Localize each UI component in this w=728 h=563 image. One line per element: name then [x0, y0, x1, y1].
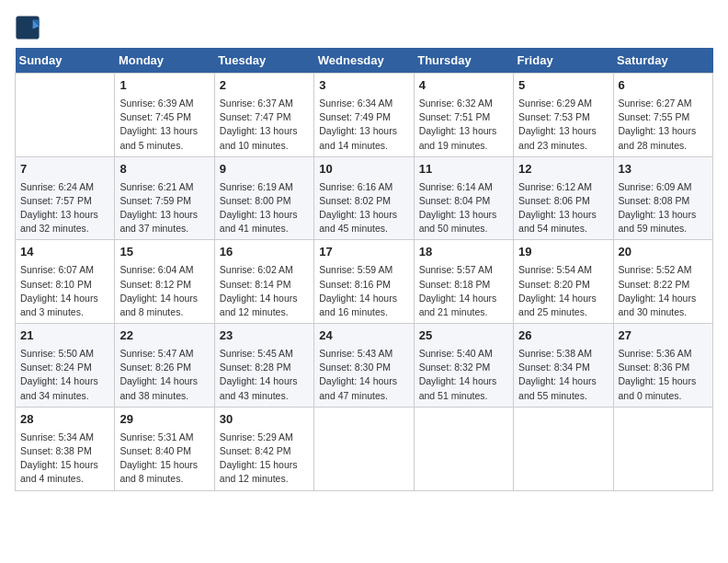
day-number: 9: [220, 161, 309, 178]
day-info: Sunrise: 5:57 AM Sunset: 8:18 PM Dayligh…: [419, 263, 508, 319]
calendar-cell: 9Sunrise: 6:19 AM Sunset: 8:00 PM Daylig…: [214, 156, 313, 240]
column-header-monday: Monday: [115, 48, 214, 74]
day-info: Sunrise: 6:04 AM Sunset: 8:12 PM Dayligh…: [119, 263, 209, 319]
day-info: Sunrise: 6:39 AM Sunset: 7:45 PM Dayligh…: [119, 97, 209, 153]
calendar-week-3: 14Sunrise: 6:07 AM Sunset: 8:10 PM Dayli…: [16, 240, 713, 324]
day-info: Sunrise: 6:14 AM Sunset: 8:04 PM Dayligh…: [419, 180, 508, 236]
day-info: Sunrise: 5:45 AM Sunset: 8:28 PM Dayligh…: [220, 347, 309, 403]
page-header: [15, 15, 713, 40]
calendar-cell: 14Sunrise: 6:07 AM Sunset: 8:10 PM Dayli…: [16, 240, 115, 324]
calendar-cell: 27Sunrise: 5:36 AM Sunset: 8:36 PM Dayli…: [613, 324, 712, 408]
calendar-cell: 22Sunrise: 5:47 AM Sunset: 8:26 PM Dayli…: [115, 324, 214, 408]
day-number: 16: [220, 244, 309, 261]
logo-icon: [15, 15, 40, 40]
day-info: Sunrise: 6:09 AM Sunset: 8:08 PM Dayligh…: [619, 180, 708, 236]
calendar-cell: 2Sunrise: 6:37 AM Sunset: 7:47 PM Daylig…: [214, 74, 313, 157]
calendar-cell: 18Sunrise: 5:57 AM Sunset: 8:18 PM Dayli…: [414, 240, 513, 324]
calendar-cell: 11Sunrise: 6:14 AM Sunset: 8:04 PM Dayli…: [414, 156, 513, 240]
day-number: 24: [319, 327, 408, 345]
calendar-cell: 5Sunrise: 6:29 AM Sunset: 7:53 PM Daylig…: [514, 74, 613, 157]
day-info: Sunrise: 6:32 AM Sunset: 7:51 PM Dayligh…: [419, 97, 508, 153]
day-number: 21: [20, 327, 109, 345]
day-info: Sunrise: 6:29 AM Sunset: 7:53 PM Dayligh…: [518, 97, 608, 153]
day-info: Sunrise: 5:38 AM Sunset: 8:34 PM Dayligh…: [518, 347, 608, 403]
day-number: 15: [119, 244, 209, 261]
day-info: Sunrise: 5:29 AM Sunset: 8:42 PM Dayligh…: [220, 431, 309, 487]
day-number: 4: [419, 77, 508, 95]
calendar-week-2: 7Sunrise: 6:24 AM Sunset: 7:57 PM Daylig…: [16, 156, 713, 240]
calendar-week-4: 21Sunrise: 5:50 AM Sunset: 8:24 PM Dayli…: [16, 324, 713, 408]
day-number: 19: [518, 244, 608, 261]
day-number: 12: [518, 161, 608, 178]
day-info: Sunrise: 5:50 AM Sunset: 8:24 PM Dayligh…: [20, 347, 109, 403]
calendar-cell: 19Sunrise: 5:54 AM Sunset: 8:20 PM Dayli…: [514, 240, 613, 324]
day-number: 22: [119, 327, 209, 345]
calendar-header-row: SundayMondayTuesdayWednesdayThursdayFrid…: [16, 48, 713, 74]
day-info: Sunrise: 6:27 AM Sunset: 7:55 PM Dayligh…: [619, 97, 708, 153]
day-number: 11: [419, 161, 508, 178]
logo: [15, 15, 44, 40]
day-number: 20: [619, 244, 708, 261]
column-header-friday: Friday: [514, 48, 613, 74]
day-number: 18: [419, 244, 508, 261]
day-number: 1: [119, 77, 209, 95]
column-header-tuesday: Tuesday: [214, 48, 313, 74]
day-number: 25: [419, 327, 508, 345]
calendar-cell: 26Sunrise: 5:38 AM Sunset: 8:34 PM Dayli…: [514, 324, 613, 408]
calendar-cell: 25Sunrise: 5:40 AM Sunset: 8:32 PM Dayli…: [414, 324, 513, 408]
day-info: Sunrise: 6:34 AM Sunset: 7:49 PM Dayligh…: [319, 97, 408, 153]
day-info: Sunrise: 6:24 AM Sunset: 7:57 PM Dayligh…: [20, 180, 109, 236]
day-info: Sunrise: 6:07 AM Sunset: 8:10 PM Dayligh…: [20, 263, 109, 319]
calendar-cell: 12Sunrise: 6:12 AM Sunset: 8:06 PM Dayli…: [514, 156, 613, 240]
calendar-cell: 13Sunrise: 6:09 AM Sunset: 8:08 PM Dayli…: [613, 156, 712, 240]
day-info: Sunrise: 6:37 AM Sunset: 7:47 PM Dayligh…: [220, 97, 309, 153]
column-header-sunday: Sunday: [16, 48, 115, 74]
day-info: Sunrise: 6:21 AM Sunset: 7:59 PM Dayligh…: [119, 180, 209, 236]
calendar-cell: [414, 407, 513, 490]
calendar-cell: 4Sunrise: 6:32 AM Sunset: 7:51 PM Daylig…: [414, 74, 513, 157]
calendar-cell: 15Sunrise: 6:04 AM Sunset: 8:12 PM Dayli…: [115, 240, 214, 324]
calendar-cell: 16Sunrise: 6:02 AM Sunset: 8:14 PM Dayli…: [214, 240, 313, 324]
calendar-cell: 10Sunrise: 6:16 AM Sunset: 8:02 PM Dayli…: [314, 156, 414, 240]
day-number: 10: [319, 161, 408, 178]
calendar-cell: 30Sunrise: 5:29 AM Sunset: 8:42 PM Dayli…: [214, 407, 313, 490]
calendar-week-5: 28Sunrise: 5:34 AM Sunset: 8:38 PM Dayli…: [16, 407, 713, 490]
day-number: 6: [619, 77, 708, 95]
calendar-cell: 7Sunrise: 6:24 AM Sunset: 7:57 PM Daylig…: [16, 156, 115, 240]
calendar-cell: 1Sunrise: 6:39 AM Sunset: 7:45 PM Daylig…: [115, 74, 214, 157]
day-number: 27: [619, 327, 708, 345]
day-number: 5: [518, 77, 608, 95]
calendar-cell: 21Sunrise: 5:50 AM Sunset: 8:24 PM Dayli…: [16, 324, 115, 408]
day-info: Sunrise: 5:43 AM Sunset: 8:30 PM Dayligh…: [319, 347, 408, 403]
calendar-cell: 17Sunrise: 5:59 AM Sunset: 8:16 PM Dayli…: [314, 240, 414, 324]
day-info: Sunrise: 6:16 AM Sunset: 8:02 PM Dayligh…: [319, 180, 408, 236]
calendar-cell: [16, 74, 115, 157]
calendar-cell: [314, 407, 414, 490]
day-info: Sunrise: 5:52 AM Sunset: 8:22 PM Dayligh…: [619, 263, 708, 319]
day-number: 30: [220, 411, 309, 429]
calendar-week-1: 1Sunrise: 6:39 AM Sunset: 7:45 PM Daylig…: [16, 74, 713, 157]
day-info: Sunrise: 5:40 AM Sunset: 8:32 PM Dayligh…: [419, 347, 508, 403]
day-number: 8: [119, 161, 209, 178]
day-info: Sunrise: 5:34 AM Sunset: 8:38 PM Dayligh…: [20, 431, 109, 487]
calendar-cell: 24Sunrise: 5:43 AM Sunset: 8:30 PM Dayli…: [314, 324, 414, 408]
day-info: Sunrise: 6:19 AM Sunset: 8:00 PM Dayligh…: [220, 180, 309, 236]
day-info: Sunrise: 6:12 AM Sunset: 8:06 PM Dayligh…: [518, 180, 608, 236]
day-number: 29: [119, 411, 209, 429]
day-number: 3: [319, 77, 408, 95]
day-info: Sunrise: 5:59 AM Sunset: 8:16 PM Dayligh…: [319, 263, 408, 319]
calendar-cell: 23Sunrise: 5:45 AM Sunset: 8:28 PM Dayli…: [214, 324, 313, 408]
day-number: 26: [518, 327, 608, 345]
day-number: 7: [20, 161, 109, 178]
day-number: 2: [220, 77, 309, 95]
day-number: 14: [20, 244, 109, 261]
day-info: Sunrise: 6:02 AM Sunset: 8:14 PM Dayligh…: [220, 263, 309, 319]
column-header-wednesday: Wednesday: [314, 48, 414, 74]
calendar-cell: [613, 407, 712, 490]
calendar-cell: 8Sunrise: 6:21 AM Sunset: 7:59 PM Daylig…: [115, 156, 214, 240]
calendar-cell: 6Sunrise: 6:27 AM Sunset: 7:55 PM Daylig…: [613, 74, 712, 157]
calendar-cell: 20Sunrise: 5:52 AM Sunset: 8:22 PM Dayli…: [613, 240, 712, 324]
calendar-cell: 29Sunrise: 5:31 AM Sunset: 8:40 PM Dayli…: [115, 407, 214, 490]
column-header-saturday: Saturday: [613, 48, 712, 74]
day-info: Sunrise: 5:47 AM Sunset: 8:26 PM Dayligh…: [119, 347, 209, 403]
